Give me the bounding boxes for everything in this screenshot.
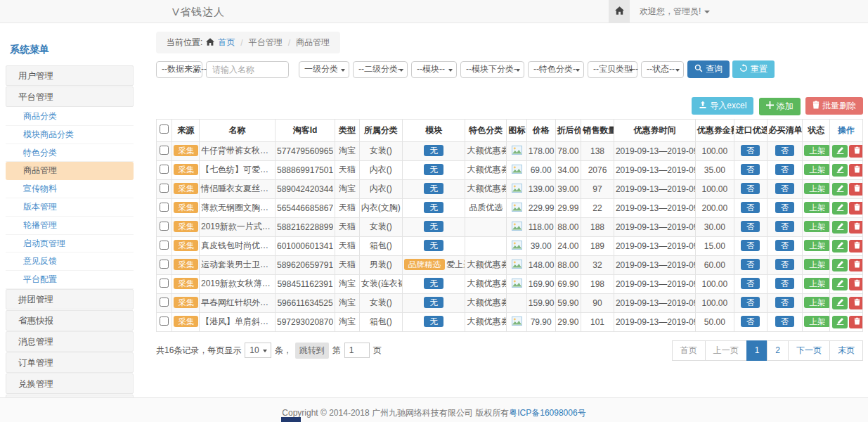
pagination-button-0[interactable]: 首页: [672, 340, 706, 361]
delete-button[interactable]: [849, 259, 862, 271]
row-checkbox[interactable]: [160, 203, 169, 212]
sidebar-item-14[interactable]: 消息管理: [6, 331, 134, 352]
sidebar-item-3[interactable]: 模块商品分类: [6, 126, 134, 144]
edit-button[interactable]: [832, 297, 848, 309]
delete-button[interactable]: [849, 183, 862, 196]
sidebar-item-11[interactable]: 平台配置: [6, 271, 134, 289]
jump-button[interactable]: 跳转到: [295, 343, 329, 359]
sidebar-item-13[interactable]: 省惠快报: [6, 310, 134, 331]
import-toggle-button[interactable]: 否: [741, 202, 760, 213]
sidebar-item-0[interactable]: 用户管理: [6, 65, 134, 86]
row-checkbox[interactable]: [160, 222, 169, 231]
name-search-input[interactable]: [206, 61, 289, 78]
sidebar-item-15[interactable]: 订单管理: [6, 352, 134, 373]
edit-button[interactable]: [832, 202, 848, 215]
sidebar-item-16[interactable]: 兑换管理: [6, 373, 134, 394]
delete-button[interactable]: [849, 164, 862, 177]
sidebar-item-1[interactable]: 平台管理: [6, 87, 134, 107]
delete-button[interactable]: [849, 145, 862, 158]
edit-button[interactable]: [832, 259, 848, 271]
status-button[interactable]: 上架: [804, 164, 829, 175]
import-excel-button[interactable]: 导入excel: [692, 97, 753, 115]
must-buy-toggle-button[interactable]: 否: [775, 297, 795, 308]
must-buy-toggle-button[interactable]: 否: [775, 145, 795, 156]
status-button[interactable]: 上架: [804, 278, 829, 289]
must-buy-toggle-button[interactable]: 否: [775, 202, 795, 213]
edit-button[interactable]: [832, 183, 848, 196]
must-buy-toggle-button[interactable]: 否: [775, 259, 795, 270]
must-buy-toggle-button[interactable]: 否: [775, 278, 795, 289]
delete-button[interactable]: [849, 221, 862, 234]
page-number-input[interactable]: [344, 343, 370, 358]
pagination-button-5[interactable]: 末页: [829, 340, 863, 361]
delete-button[interactable]: [849, 316, 862, 328]
sidebar-item-6[interactable]: 宣传物料: [6, 180, 134, 198]
import-toggle-button[interactable]: 否: [741, 278, 760, 289]
edit-button[interactable]: [832, 278, 848, 290]
row-checkbox[interactable]: [160, 260, 169, 269]
import-toggle-button[interactable]: 否: [741, 164, 760, 175]
status-button[interactable]: 上架: [804, 297, 829, 308]
filter-select-6[interactable]: --状态--: [641, 61, 684, 78]
must-buy-toggle-button[interactable]: 否: [775, 164, 795, 175]
status-button[interactable]: 上架: [804, 259, 829, 270]
import-toggle-button[interactable]: 否: [741, 259, 760, 270]
sidebar-item-2[interactable]: 商品分类: [6, 108, 134, 126]
edit-button[interactable]: [832, 145, 848, 158]
delete-button[interactable]: [849, 297, 862, 309]
sidebar-item-9[interactable]: 启动页管理: [6, 235, 134, 253]
must-buy-toggle-button[interactable]: 否: [775, 240, 795, 251]
import-toggle-button[interactable]: 否: [741, 183, 760, 194]
must-buy-toggle-button[interactable]: 否: [775, 316, 795, 327]
edit-button[interactable]: [832, 221, 848, 234]
import-toggle-button[interactable]: 否: [741, 221, 760, 232]
sidebar-item-5[interactable]: 商品管理: [6, 162, 134, 180]
import-toggle-button[interactable]: 否: [741, 145, 760, 156]
row-checkbox[interactable]: [160, 241, 169, 250]
data-source-select[interactable]: --数据来源--: [156, 61, 202, 78]
filter-select-2[interactable]: --模块--: [411, 61, 457, 78]
status-button[interactable]: 上架: [804, 221, 829, 232]
row-checkbox[interactable]: [160, 298, 169, 307]
icp-link[interactable]: 粤ICP备16098006号: [509, 408, 585, 418]
edit-button[interactable]: [832, 240, 848, 252]
status-button[interactable]: 上架: [804, 316, 829, 327]
must-buy-toggle-button[interactable]: 否: [775, 183, 795, 194]
search-button[interactable]: 查询: [687, 60, 730, 78]
sidebar-item-7[interactable]: 版本管理: [6, 198, 134, 217]
reset-button[interactable]: 重置: [732, 60, 775, 78]
filter-select-0[interactable]: 一级分类: [299, 61, 349, 78]
select-all-checkbox[interactable]: [160, 124, 169, 134]
filter-select-5[interactable]: --宝贝类型--: [588, 61, 637, 78]
sidebar-item-4[interactable]: 特色分类: [6, 144, 134, 162]
edit-button[interactable]: [832, 316, 848, 328]
home-button[interactable]: [609, 0, 630, 23]
status-button[interactable]: 上架: [804, 240, 829, 251]
must-buy-toggle-button[interactable]: 否: [775, 221, 795, 232]
pagination-button-1[interactable]: 上一页: [705, 340, 747, 361]
page-size-select[interactable]: 10: [245, 343, 271, 358]
sidebar-item-10[interactable]: 意见反馈: [6, 252, 134, 271]
delete-button[interactable]: [849, 202, 862, 215]
import-toggle-button[interactable]: 否: [741, 240, 760, 251]
status-button[interactable]: 上架: [804, 145, 829, 156]
row-checkbox[interactable]: [160, 316, 169, 326]
row-checkbox[interactable]: [160, 279, 169, 288]
pagination-button-2[interactable]: 1: [746, 340, 768, 361]
breadcrumb-home-link[interactable]: 首页: [218, 37, 235, 49]
status-button[interactable]: 上架: [804, 202, 829, 213]
filter-select-1[interactable]: --二级分类--: [353, 61, 408, 78]
sidebar-item-12[interactable]: 拼团管理: [6, 289, 134, 309]
filter-select-4[interactable]: --特色分类--: [528, 61, 584, 78]
pagination-button-4[interactable]: 下一页: [788, 340, 830, 361]
edit-button[interactable]: [832, 164, 848, 177]
status-button[interactable]: 上架: [804, 183, 829, 194]
import-toggle-button[interactable]: 否: [741, 297, 760, 308]
row-checkbox[interactable]: [160, 146, 169, 155]
pagination-button-3[interactable]: 2: [767, 340, 789, 361]
filter-select-3[interactable]: --模块下分类--: [460, 61, 524, 78]
add-button[interactable]: 添加: [759, 98, 801, 115]
row-checkbox[interactable]: [160, 165, 169, 174]
batch-delete-button[interactable]: 批量删除: [805, 97, 863, 115]
row-checkbox[interactable]: [160, 184, 169, 193]
